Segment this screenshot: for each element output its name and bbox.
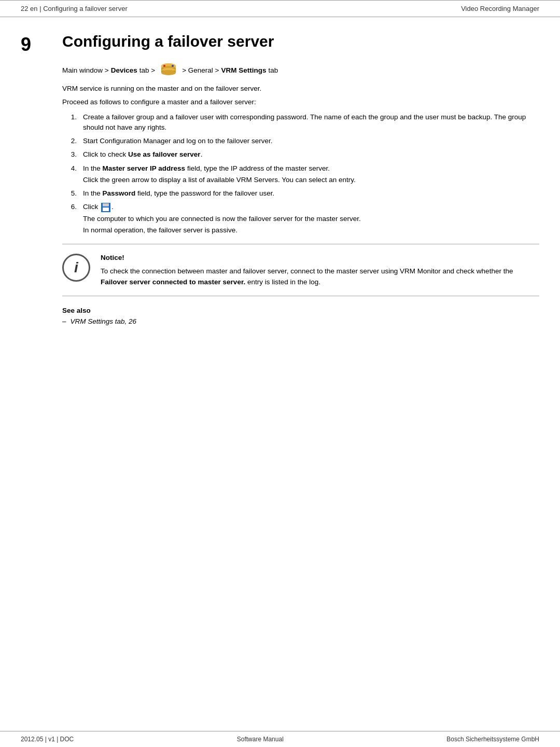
main-content: Configuring a failover server Main windo… [62, 33, 539, 325]
step-1-num: 1. [62, 112, 77, 133]
step-3: 3. Click to check Use as failover server… [62, 149, 539, 160]
intro-line-1: VRM service is running on the master and… [62, 84, 539, 94]
notice-icon: i [62, 254, 90, 282]
step-5-bold: Password [103, 189, 136, 197]
breadcrumb: Main window > Devices tab > [62, 61, 539, 79]
step-4-content: In the Master server IP address field, t… [83, 163, 539, 186]
see-also-item-1: VRM Settings tab, 26 [62, 317, 539, 325]
see-also-section: See also VRM Settings tab, 26 [62, 307, 539, 325]
devices-icon [159, 61, 178, 79]
step-6-sub2: In normal operation, the failover server… [83, 225, 539, 236]
save-icon [101, 203, 110, 212]
see-also-item-1-text: VRM Settings tab, 26 [71, 317, 137, 325]
step-6-content: Click . The computer to which you are co… [83, 202, 539, 236]
step-4-sub: Click the green arrow to display a list … [83, 175, 539, 185]
step-2-num: 2. [62, 136, 77, 146]
svg-point-7 [163, 65, 165, 67]
breadcrumb-vrm-settings: VRM Settings [221, 66, 266, 74]
step-3-num: 3. [62, 149, 77, 160]
see-also-title: See also [62, 307, 539, 314]
content-area: 9 Configuring a failover server Main win… [0, 17, 560, 356]
chapter-title: Configuring a failover server [62, 33, 539, 50]
svg-point-8 [172, 65, 174, 67]
page: 22 en | Configuring a failover server Vi… [0, 0, 560, 747]
footer-left: 2012.05 | v1 | DOC [21, 736, 74, 743]
step-3-content: Click to check Use as failover server. [83, 149, 539, 160]
notice-content: Notice! To check the connection between … [101, 253, 539, 287]
step-4-bold: Master server IP address [103, 164, 186, 172]
breadcrumb-tab-suffix: tab > [139, 66, 155, 74]
step-2-content: Start Configuration Manager and log on t… [83, 136, 539, 146]
notice-text: To check the connection between master a… [101, 266, 539, 287]
breadcrumb-devices: Devices [111, 66, 137, 74]
step-1-content: Create a failover group and a failover u… [83, 112, 539, 133]
page-footer: 2012.05 | v1 | DOC Software Manual Bosch… [0, 731, 560, 747]
footer-center: Software Manual [237, 736, 284, 743]
notice-bold: Failover server connected to master serv… [101, 278, 245, 286]
step-3-bold: Use as failover server [128, 150, 201, 158]
breadcrumb-prefix: Main window > [62, 66, 109, 74]
step-6-sub1: The computer to which you are connected … [83, 214, 539, 224]
step-2: 2. Start Configuration Manager and log o… [62, 136, 539, 146]
header-left: 22 en | Configuring a failover server [21, 5, 128, 12]
step-1: 1. Create a failover group and a failove… [62, 112, 539, 133]
step-5-content: In the Password field, type the password… [83, 188, 539, 199]
see-also-list: VRM Settings tab, 26 [62, 317, 539, 325]
svg-point-6 [161, 70, 176, 75]
step-5-num: 5. [62, 188, 77, 199]
step-4: 4. In the Master server IP address field… [62, 163, 539, 186]
page-header: 22 en | Configuring a failover server Vi… [0, 0, 560, 17]
notice-box: i Notice! To check the connection betwee… [62, 244, 539, 296]
breadcrumb-general-suffix: > General > [182, 66, 219, 74]
step-6-num: 6. [62, 202, 77, 236]
footer-right: Bosch Sicherheitssysteme GmbH [446, 736, 539, 743]
step-5: 5. In the Password field, type the passw… [62, 188, 539, 199]
step-4-num: 4. [62, 163, 77, 186]
steps-list: 1. Create a failover group and a failove… [62, 112, 539, 236]
header-right: Video Recording Manager [461, 5, 539, 12]
notice-title: Notice! [101, 253, 539, 263]
intro-line-2: Proceed as follows to configure a master… [62, 97, 539, 107]
breadcrumb-tab-end: tab [268, 66, 278, 74]
chapter-number: 9 [21, 33, 62, 325]
step-6: 6. Click . The computer to which you are… [62, 202, 539, 236]
